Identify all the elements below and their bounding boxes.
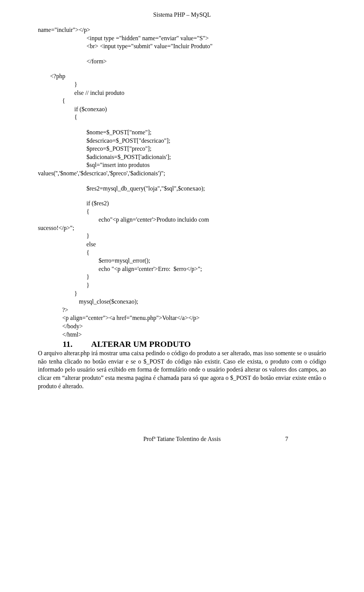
document-page: Sistema PHP – MySQL name="incluir"></p> … [0, 0, 364, 458]
code-line: } [38, 281, 326, 290]
body-paragraph: O arquivo alterar.php irá mostrar uma ca… [38, 349, 326, 390]
code-line: $adicionais=$_POST['adicionais']; [38, 153, 326, 161]
code-line: name="incluir"></p> [38, 26, 326, 34]
code-line: { [38, 208, 326, 216]
code-line: $sql="insert into produtos [38, 161, 326, 169]
code-line: ?> [38, 306, 326, 314]
code-line: } [38, 232, 326, 240]
section-title: ALTERAR UM PRODUTO [91, 339, 191, 349]
section-number: 11. [63, 339, 72, 349]
code-line: else [38, 240, 326, 249]
code-line: values('','$nome','$descricao','$preco',… [38, 169, 326, 178]
code-line: { [38, 249, 326, 257]
code-line: <input type ="hidden" name="enviar" valu… [38, 34, 326, 43]
code-line: } [38, 80, 326, 89]
page-number: 7 [285, 436, 288, 442]
code-line: </form> [38, 57, 326, 66]
code-line: </html> [38, 331, 326, 339]
code-line: else // inclui produto [38, 89, 326, 97]
code-line: $res2=mysql_db_query("loja","$sql",$cone… [38, 184, 326, 193]
code-line: if ($res2) [38, 199, 326, 208]
doc-header: Sistema PHP – MySQL [38, 11, 326, 18]
footer-author: Profª Tatiane Tolentino de Assis [143, 436, 221, 442]
code-line: $preco=$_POST["preco"]; [38, 145, 326, 153]
code-line: <br> <input type="submit" value="Incluir… [38, 42, 326, 50]
code-line: echo "<p align='center'>Erro: $erro</p>"… [38, 265, 326, 273]
code-block: name="incluir"></p> <input type ="hidden… [38, 26, 326, 339]
section-heading: 11. ALTERAR UM PRODUTO [63, 339, 326, 349]
code-line: mysql_close($conexao); [38, 298, 326, 306]
code-line: sucesso!</p>"; [38, 224, 326, 232]
code-line: <p align="center"><a href="menu.php">Vol… [38, 314, 326, 322]
code-line: $nome=$_POST["nome"]; [38, 128, 326, 137]
code-line: } [38, 273, 326, 281]
footer: Profª Tatiane Tolentino de Assis 7 [38, 436, 326, 442]
code-line: if ($conexao) [38, 105, 326, 113]
code-line: { [38, 97, 326, 105]
code-line: { [38, 113, 326, 121]
code-line: $descricao=$_POST["descricao"]; [38, 137, 326, 145]
code-line: $erro=mysql_error(); [38, 257, 326, 265]
code-line: </body> [38, 322, 326, 331]
code-line: } [38, 290, 326, 298]
code-line: echo"<p align='center'>Produto incluido … [38, 216, 326, 224]
code-line: <?php [38, 72, 326, 80]
